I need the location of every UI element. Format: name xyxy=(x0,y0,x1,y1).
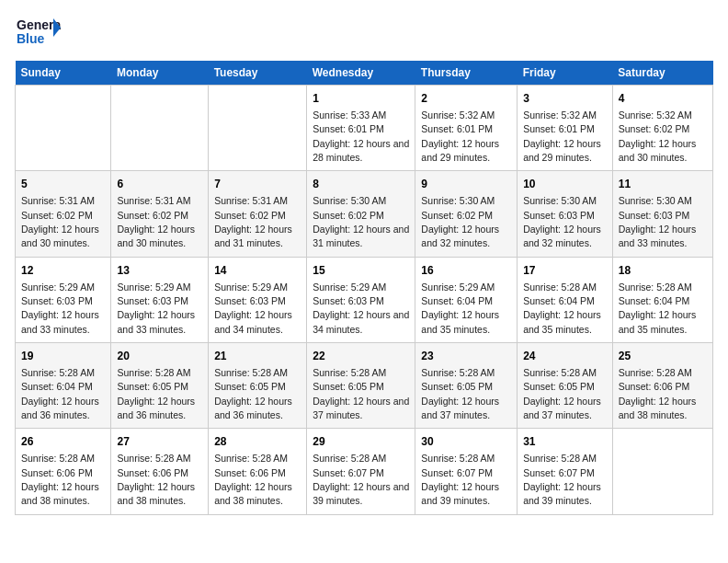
calendar-cell: 15Sunrise: 5:29 AMSunset: 6:03 PMDayligh… xyxy=(307,257,415,342)
day-number: 27 xyxy=(117,434,202,450)
calendar-cell: 4Sunrise: 5:32 AMSunset: 6:02 PMDaylight… xyxy=(612,86,712,171)
calendar-cell: 2Sunrise: 5:32 AMSunset: 6:01 PMDaylight… xyxy=(415,86,518,171)
day-number: 24 xyxy=(523,349,607,364)
cell-info: Sunrise: 5:30 AMSunset: 6:02 PMDaylight:… xyxy=(313,195,409,248)
cell-info: Sunrise: 5:30 AMSunset: 6:03 PMDaylight:… xyxy=(619,195,697,248)
cell-info: Sunrise: 5:28 AMSunset: 6:06 PMDaylight:… xyxy=(619,367,697,420)
calendar-cell xyxy=(209,86,307,171)
cell-info: Sunrise: 5:28 AMSunset: 6:07 PMDaylight:… xyxy=(313,453,409,506)
cell-info: Sunrise: 5:28 AMSunset: 6:04 PMDaylight:… xyxy=(21,367,99,420)
day-number: 21 xyxy=(214,349,301,364)
day-number: 15 xyxy=(313,263,409,279)
day-number: 14 xyxy=(214,263,301,279)
week-row-5: 26Sunrise: 5:28 AMSunset: 6:06 PMDayligh… xyxy=(16,429,713,514)
day-number: 23 xyxy=(421,349,511,364)
calendar-cell xyxy=(111,86,209,171)
column-header-sunday: Sunday xyxy=(16,61,111,86)
day-number: 9 xyxy=(421,177,511,192)
cell-info: Sunrise: 5:28 AMSunset: 6:04 PMDaylight:… xyxy=(619,282,697,335)
calendar-cell: 10Sunrise: 5:30 AMSunset: 6:03 PMDayligh… xyxy=(518,171,613,257)
header-row: SundayMondayTuesdayWednesdayThursdayFrid… xyxy=(16,61,713,86)
day-number: 2 xyxy=(421,91,511,107)
day-number: 13 xyxy=(117,263,202,279)
day-number: 20 xyxy=(117,349,202,364)
calendar-cell: 18Sunrise: 5:28 AMSunset: 6:04 PMDayligh… xyxy=(612,257,712,342)
svg-text:Blue: Blue xyxy=(17,31,45,46)
day-number: 25 xyxy=(619,349,707,364)
calendar-cell: 8Sunrise: 5:30 AMSunset: 6:02 PMDaylight… xyxy=(307,171,415,257)
logo-svg: General Blue xyxy=(15,15,61,53)
calendar-cell xyxy=(16,86,111,171)
column-header-thursday: Thursday xyxy=(415,61,518,86)
calendar-cell: 16Sunrise: 5:29 AMSunset: 6:04 PMDayligh… xyxy=(415,257,518,342)
column-header-monday: Monday xyxy=(111,61,209,86)
day-number: 30 xyxy=(421,434,511,450)
calendar-cell: 17Sunrise: 5:28 AMSunset: 6:04 PMDayligh… xyxy=(518,257,613,342)
calendar-cell: 12Sunrise: 5:29 AMSunset: 6:03 PMDayligh… xyxy=(16,257,111,342)
day-number: 1 xyxy=(313,91,409,107)
cell-info: Sunrise: 5:28 AMSunset: 6:06 PMDaylight:… xyxy=(117,453,195,506)
cell-info: Sunrise: 5:29 AMSunset: 6:03 PMDaylight:… xyxy=(117,282,195,335)
calendar-cell: 9Sunrise: 5:30 AMSunset: 6:02 PMDaylight… xyxy=(415,171,518,257)
calendar-table: SundayMondayTuesdayWednesdayThursdayFrid… xyxy=(15,61,713,515)
day-number: 26 xyxy=(21,434,105,450)
calendar-cell: 24Sunrise: 5:28 AMSunset: 6:05 PMDayligh… xyxy=(518,343,613,429)
cell-info: Sunrise: 5:28 AMSunset: 6:05 PMDaylight:… xyxy=(214,367,292,420)
calendar-cell: 26Sunrise: 5:28 AMSunset: 6:06 PMDayligh… xyxy=(16,429,111,514)
column-header-friday: Friday xyxy=(518,61,613,86)
cell-info: Sunrise: 5:31 AMSunset: 6:02 PMDaylight:… xyxy=(21,195,99,248)
column-header-tuesday: Tuesday xyxy=(209,61,307,86)
week-row-1: 1Sunrise: 5:33 AMSunset: 6:01 PMDaylight… xyxy=(16,86,713,171)
day-number: 28 xyxy=(214,434,301,450)
day-number: 22 xyxy=(313,349,409,364)
week-row-4: 19Sunrise: 5:28 AMSunset: 6:04 PMDayligh… xyxy=(16,343,713,429)
column-header-saturday: Saturday xyxy=(612,61,712,86)
day-number: 31 xyxy=(523,434,607,450)
calendar-cell: 19Sunrise: 5:28 AMSunset: 6:04 PMDayligh… xyxy=(16,343,111,429)
calendar-cell: 6Sunrise: 5:31 AMSunset: 6:02 PMDaylight… xyxy=(111,171,209,257)
cell-info: Sunrise: 5:28 AMSunset: 6:05 PMDaylight:… xyxy=(313,367,409,420)
cell-info: Sunrise: 5:29 AMSunset: 6:03 PMDaylight:… xyxy=(214,282,292,335)
calendar-cell: 21Sunrise: 5:28 AMSunset: 6:05 PMDayligh… xyxy=(209,343,307,429)
calendar-cell: 3Sunrise: 5:32 AMSunset: 6:01 PMDaylight… xyxy=(518,86,613,171)
week-row-2: 5Sunrise: 5:31 AMSunset: 6:02 PMDaylight… xyxy=(16,171,713,257)
day-number: 6 xyxy=(117,177,202,192)
cell-info: Sunrise: 5:29 AMSunset: 6:04 PMDaylight:… xyxy=(421,282,499,335)
calendar-cell: 28Sunrise: 5:28 AMSunset: 6:06 PMDayligh… xyxy=(209,429,307,514)
cell-info: Sunrise: 5:31 AMSunset: 6:02 PMDaylight:… xyxy=(214,195,292,248)
day-number: 12 xyxy=(21,263,105,279)
cell-info: Sunrise: 5:32 AMSunset: 6:02 PMDaylight:… xyxy=(619,109,697,163)
column-header-wednesday: Wednesday xyxy=(307,61,415,86)
calendar-cell: 27Sunrise: 5:28 AMSunset: 6:06 PMDayligh… xyxy=(111,429,209,514)
day-number: 29 xyxy=(313,434,409,450)
cell-info: Sunrise: 5:29 AMSunset: 6:03 PMDaylight:… xyxy=(21,282,99,335)
cell-info: Sunrise: 5:30 AMSunset: 6:03 PMDaylight:… xyxy=(523,195,601,248)
day-number: 7 xyxy=(214,177,301,192)
logo: General Blue xyxy=(15,15,61,53)
day-number: 18 xyxy=(619,263,707,279)
day-number: 4 xyxy=(619,91,707,107)
calendar-cell: 14Sunrise: 5:29 AMSunset: 6:03 PMDayligh… xyxy=(209,257,307,342)
day-number: 11 xyxy=(619,177,707,192)
calendar-cell xyxy=(612,429,712,514)
cell-info: Sunrise: 5:28 AMSunset: 6:05 PMDaylight:… xyxy=(117,367,195,420)
calendar-cell: 25Sunrise: 5:28 AMSunset: 6:06 PMDayligh… xyxy=(612,343,712,429)
cell-info: Sunrise: 5:28 AMSunset: 6:05 PMDaylight:… xyxy=(523,367,601,420)
day-number: 3 xyxy=(523,91,607,107)
cell-info: Sunrise: 5:29 AMSunset: 6:03 PMDaylight:… xyxy=(313,282,409,335)
cell-info: Sunrise: 5:32 AMSunset: 6:01 PMDaylight:… xyxy=(523,109,601,163)
calendar-cell: 1Sunrise: 5:33 AMSunset: 6:01 PMDaylight… xyxy=(307,86,415,171)
cell-info: Sunrise: 5:28 AMSunset: 6:07 PMDaylight:… xyxy=(421,453,499,506)
calendar-cell: 31Sunrise: 5:28 AMSunset: 6:07 PMDayligh… xyxy=(518,429,613,514)
calendar-cell: 23Sunrise: 5:28 AMSunset: 6:05 PMDayligh… xyxy=(415,343,518,429)
cell-info: Sunrise: 5:31 AMSunset: 6:02 PMDaylight:… xyxy=(117,195,195,248)
cell-info: Sunrise: 5:28 AMSunset: 6:06 PMDaylight:… xyxy=(214,453,292,506)
cell-info: Sunrise: 5:28 AMSunset: 6:04 PMDaylight:… xyxy=(523,282,601,335)
day-number: 16 xyxy=(421,263,511,279)
calendar-cell: 20Sunrise: 5:28 AMSunset: 6:05 PMDayligh… xyxy=(111,343,209,429)
calendar-cell: 7Sunrise: 5:31 AMSunset: 6:02 PMDaylight… xyxy=(209,171,307,257)
cell-info: Sunrise: 5:32 AMSunset: 6:01 PMDaylight:… xyxy=(421,109,499,163)
calendar-cell: 30Sunrise: 5:28 AMSunset: 6:07 PMDayligh… xyxy=(415,429,518,514)
page-header: General Blue xyxy=(15,15,713,53)
day-number: 17 xyxy=(523,263,607,279)
